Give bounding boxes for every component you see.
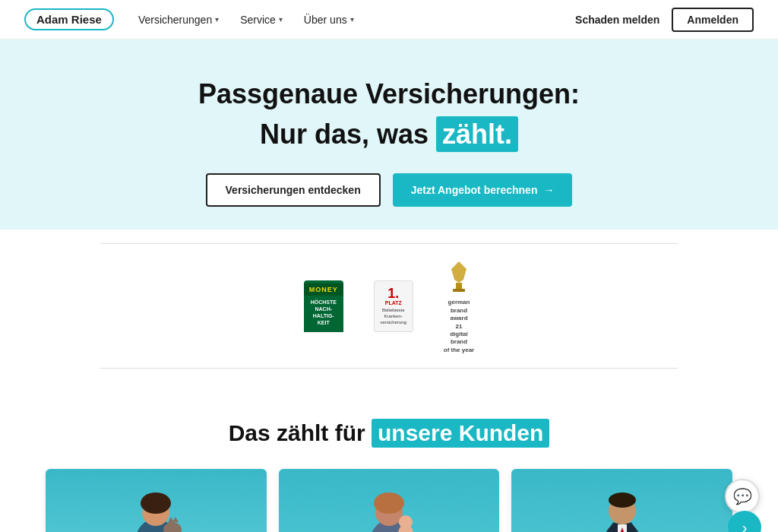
trophy-icon — [444, 258, 474, 296]
person-hagen-svg — [584, 473, 660, 532]
card-katha[interactable]: Für Katha zählt ... Hundehalterhaftpflic… — [46, 469, 267, 532]
nav-link-versicherungen[interactable]: Versicherungen ▾ — [138, 14, 219, 26]
svg-rect-2 — [453, 289, 465, 292]
svg-marker-0 — [451, 261, 466, 283]
awards-inner: MONEY HÖCHSTENACH-HALTIG-KEIT 1. PLATZ B… — [100, 243, 678, 369]
nav-links: Versicherungen ▾ Service ▾ Über uns ▾ — [138, 14, 575, 26]
gba-label: germanbrandaward21digitalbrandof the yea… — [444, 299, 474, 354]
person-katha-svg — [118, 473, 194, 532]
1platz-badge-graphic: 1. PLATZ BeliebtesteKranken-versicherung — [374, 280, 413, 332]
chat-button[interactable]: 💬 — [725, 479, 760, 514]
card-hagen-image — [511, 469, 732, 532]
chat-icon: 💬 — [733, 487, 752, 505]
hero-buttons: Versicherungen entdecken Jetzt Angebot b… — [15, 173, 763, 207]
cards-row: Für Katha zählt ... Hundehalterhaftpflic… — [24, 469, 754, 532]
hero-section: Passgenaue Versicherungen: Nur das, was … — [0, 40, 778, 230]
customers-highlight: unsere Kunden — [372, 419, 549, 448]
hero-title-line2: Nur das, was zählt. — [15, 116, 763, 152]
chevron-down-icon: ▾ — [215, 15, 219, 24]
hero-title-line1: Passgenaue Versicherungen: — [15, 78, 763, 110]
svg-point-11 — [374, 492, 404, 514]
svg-rect-1 — [456, 283, 462, 289]
jetzt-angebot-button[interactable]: Jetzt Angebot berechnen → — [393, 173, 573, 207]
customers-title: Das zählt für unsere Kunden — [15, 419, 763, 448]
card-jana[interactable]: Für Jana zählt ... Privathaftpflicht — [279, 469, 500, 532]
customers-section: Das zählt für unsere Kunden — [0, 381, 778, 532]
hero-title-plain: Nur das, was — [260, 119, 436, 150]
nav-actions: Schaden melden Anmelden — [575, 8, 754, 32]
arrow-icon: → — [543, 184, 554, 196]
nav-link-service[interactable]: Service ▾ — [240, 14, 283, 26]
schaden-melden-button[interactable]: Schaden melden — [575, 14, 659, 26]
person-jana-svg — [351, 473, 427, 532]
svg-point-5 — [141, 492, 171, 514]
nav-link-ueber-uns[interactable]: Über uns ▾ — [304, 14, 354, 26]
logo[interactable]: Adam Riese — [24, 8, 114, 30]
card-katha-image — [46, 469, 267, 532]
hero-highlight: zählt. — [436, 116, 518, 152]
svg-point-20 — [609, 492, 636, 508]
svg-point-13 — [399, 515, 413, 529]
card-jana-image — [279, 469, 500, 532]
chevron-down-icon: ▾ — [279, 15, 283, 24]
versicherungen-entdecken-button[interactable]: Versicherungen entdecken — [206, 173, 381, 207]
award-german-brand: germanbrandaward21digitalbrandof the yea… — [444, 258, 474, 354]
award-1platz: 1. PLATZ BeliebtesteKranken-versicherung — [374, 280, 413, 332]
card-hagen[interactable]: Für Hagen zählt ... Rechtsschutz — [511, 469, 732, 532]
chevron-down-icon: ▾ — [350, 15, 354, 24]
cards-next-button[interactable]: › — [728, 511, 761, 532]
svg-marker-8 — [172, 517, 179, 522]
award-money: MONEY HÖCHSTENACH-HALTIG-KEIT — [304, 280, 343, 332]
awards-section: MONEY HÖCHSTENACH-HALTIG-KEIT 1. PLATZ B… — [0, 230, 778, 381]
navbar: Adam Riese Versicherungen ▾ Service ▾ Üb… — [0, 0, 778, 40]
anmelden-button[interactable]: Anmelden — [672, 8, 754, 32]
money-badge-graphic: MONEY HÖCHSTENACH-HALTIG-KEIT — [304, 280, 343, 332]
